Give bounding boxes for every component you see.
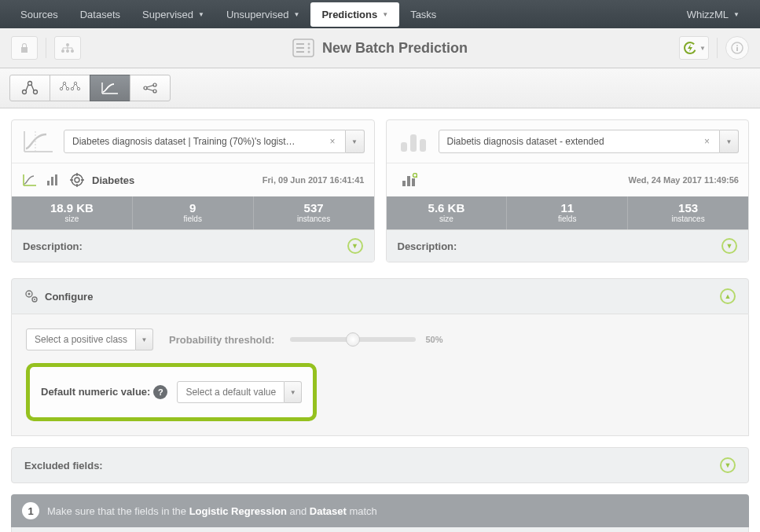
- chevron-down-icon: ▼: [346, 130, 365, 153]
- positive-class-select[interactable]: Select a positive class ▼: [26, 328, 153, 350]
- tab-logistic[interactable]: [90, 75, 130, 101]
- workflow-icon: [60, 42, 75, 53]
- stat-instances-value: 153: [631, 201, 745, 215]
- chevron-down-icon: ▼: [721, 238, 737, 254]
- clear-model-icon[interactable]: ×: [328, 136, 336, 147]
- svg-rect-37: [410, 134, 417, 152]
- target-icon: [68, 171, 86, 189]
- svg-point-25: [153, 90, 156, 93]
- svg-rect-28: [51, 177, 53, 185]
- gears-icon: [24, 289, 39, 303]
- fields-mapping-toggle[interactable]: Fields mapping: Default fields ▼: [11, 527, 749, 532]
- svg-point-14: [28, 82, 32, 86]
- stat-fields-value: 11: [510, 201, 624, 215]
- cluster-icon: [140, 80, 160, 96]
- probability-threshold-label: Probability threshold:: [169, 334, 274, 346]
- chevron-up-icon: ▲: [720, 288, 736, 304]
- svg-rect-29: [55, 174, 57, 185]
- nav-supervised-label: Supervised: [142, 9, 193, 20]
- chevron-down-icon: ▼: [285, 381, 302, 403]
- nav-sources[interactable]: Sources: [9, 2, 69, 27]
- probability-threshold-slider[interactable]: [290, 337, 416, 342]
- lock-button[interactable]: [11, 36, 38, 60]
- help-icon[interactable]: ?: [153, 385, 167, 399]
- svg-point-31: [75, 178, 79, 182]
- svg-point-30: [72, 174, 83, 185]
- ensemble-icon: [59, 80, 81, 96]
- stat-fields-label: fields: [136, 215, 250, 223]
- chevron-down-icon: ▼: [720, 457, 736, 473]
- excluded-fields-label: Excluded fields:: [24, 460, 103, 471]
- model-select[interactable]: Diabetes diagnosis dataset | Training (7…: [64, 130, 365, 153]
- svg-point-18: [60, 87, 62, 90]
- nav-predictions[interactable]: Predictions▼: [310, 2, 399, 27]
- step-number: 1: [22, 502, 39, 519]
- chevron-down-icon: ▼: [347, 238, 363, 254]
- target-field-label: Diabetes: [92, 174, 134, 186]
- chevron-down-icon: ▼: [699, 45, 706, 52]
- dataset-icon: [396, 128, 431, 155]
- description-label: Description:: [23, 240, 83, 252]
- slider-thumb[interactable]: [346, 332, 360, 347]
- logistic-model-icon: [21, 128, 56, 155]
- nav-whizzml-label: WhizzML: [687, 9, 729, 20]
- help-button[interactable]: [725, 36, 749, 60]
- nav-tasks[interactable]: Tasks: [399, 2, 447, 27]
- excluded-fields-toggle[interactable]: Excluded fields: ▼: [11, 447, 749, 483]
- svg-point-17: [63, 82, 65, 84]
- svg-point-1: [61, 50, 64, 53]
- svg-rect-40: [407, 176, 410, 186]
- configure-toggle[interactable]: Configure ▲: [11, 278, 749, 314]
- info-icon: [731, 42, 743, 54]
- svg-point-20: [74, 82, 76, 84]
- nav-whizzml[interactable]: WhizzML▼: [676, 2, 751, 27]
- prediction-icon: [292, 39, 314, 57]
- svg-point-19: [66, 87, 68, 90]
- dataset-description-toggle[interactable]: Description: ▼: [387, 229, 749, 262]
- stat-instances-label: instances: [631, 215, 745, 223]
- lock-icon: [19, 42, 30, 53]
- chevron-down-icon: ▼: [136, 328, 153, 350]
- step-banner: 1 Make sure that the fields in the Logis…: [11, 494, 749, 527]
- histogram-mini-icon: [401, 171, 418, 189]
- histogram-mini-icon: [45, 171, 62, 189]
- nav-supervised[interactable]: Supervised▼: [131, 2, 215, 27]
- tab-cluster[interactable]: [130, 75, 171, 101]
- configure-body: Select a positive class ▼ Probability th…: [11, 314, 749, 436]
- probability-threshold-value: 50%: [425, 335, 442, 344]
- nav-predictions-label: Predictions: [321, 9, 377, 20]
- logistic-mini-icon: [21, 171, 39, 189]
- model-select-value: Diabetes diagnosis dataset | Training (7…: [72, 136, 296, 147]
- model-panel: Diabetes diagnosis dataset | Training (7…: [11, 119, 375, 262]
- default-numeric-select[interactable]: Select a default value ▼: [177, 381, 302, 403]
- clear-dataset-icon[interactable]: ×: [703, 136, 711, 147]
- dataset-select[interactable]: Diabetis diagnosis dataset - extended× ▼: [439, 130, 740, 153]
- nav-datasets[interactable]: Datasets: [69, 2, 131, 27]
- tab-ensemble[interactable]: [50, 75, 90, 101]
- nav-unsupervised[interactable]: Unsupervised▼: [215, 2, 310, 27]
- dataset-panel: Diabetis diagnosis dataset - extended× ▼…: [386, 119, 750, 262]
- svg-point-15: [23, 90, 27, 94]
- action-button[interactable]: ▼: [679, 36, 709, 60]
- tab-model[interactable]: [9, 75, 50, 101]
- workflow-button[interactable]: [54, 36, 81, 60]
- view-tabs: [0, 68, 760, 108]
- model-stats: 18.9 KBsize 9fields 537instances: [12, 196, 374, 229]
- title-bar: New Batch Prediction ▼: [0, 28, 760, 68]
- svg-point-23: [144, 86, 147, 90]
- default-numeric-label: Default numeric value:: [41, 386, 150, 398]
- svg-line-43: [416, 177, 417, 178]
- stat-instances-value: 537: [257, 201, 371, 215]
- svg-rect-41: [412, 178, 415, 186]
- model-description-toggle[interactable]: Description: ▼: [12, 229, 374, 262]
- svg-point-12: [736, 45, 738, 46]
- svg-point-2: [66, 50, 69, 53]
- svg-point-9: [307, 47, 310, 50]
- svg-point-0: [66, 43, 69, 46]
- dataset-datetime: Wed, 24 May 2017 11:49:56: [629, 175, 739, 185]
- stat-size-label: size: [15, 215, 129, 223]
- svg-point-22: [77, 87, 79, 90]
- svg-point-21: [71, 87, 73, 90]
- stat-fields-value: 9: [136, 201, 250, 215]
- svg-point-8: [307, 43, 310, 46]
